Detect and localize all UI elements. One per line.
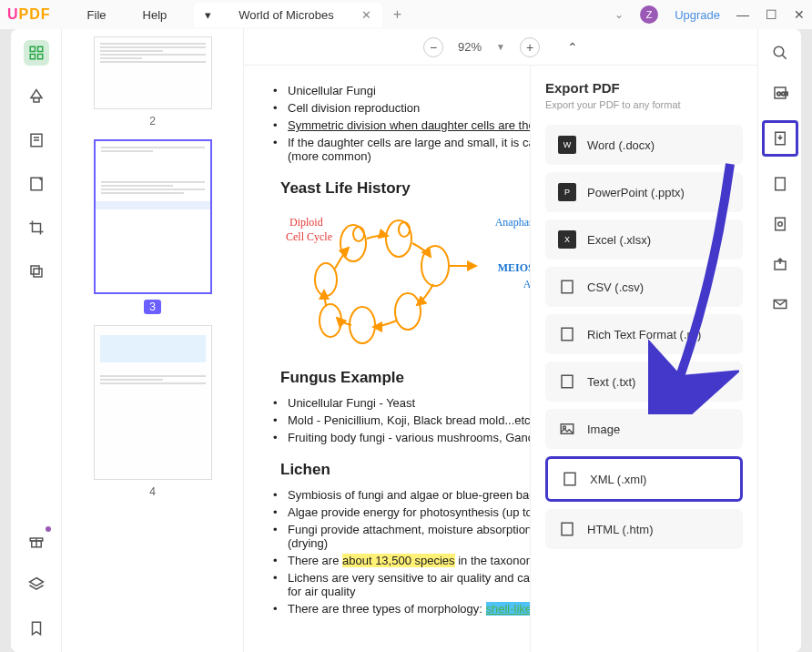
svg-rect-0	[30, 46, 35, 51]
app-logo: UPDF	[7, 6, 51, 23]
svg-marker-14	[29, 578, 43, 586]
svg-text:OCR: OCR	[776, 91, 788, 97]
pdfa-icon[interactable]	[767, 171, 793, 197]
txt-icon	[558, 372, 576, 391]
marker-tool-icon[interactable]	[24, 84, 49, 109]
share-icon[interactable]	[767, 251, 793, 277]
thumbnail-label: 3	[144, 300, 161, 314]
svg-rect-1	[37, 46, 42, 51]
yeast-diagram: Diploid Cell Cycle Anaphase I MEIOSIS AS…	[280, 207, 499, 352]
svg-rect-26	[562, 375, 573, 388]
svg-rect-2	[30, 55, 35, 59]
export-xml[interactable]: XML (.xml)	[545, 456, 743, 502]
close-window-icon[interactable]: ✕	[794, 7, 805, 22]
titlebar: UPDF File Help ▾ World of Microbes ✕ + ⌄…	[0, 0, 812, 29]
svg-rect-29	[564, 473, 575, 485]
svg-point-15	[315, 263, 337, 296]
tab-dropdown[interactable]: ▾	[205, 8, 211, 22]
excel-icon: X	[558, 230, 576, 249]
svg-point-31	[774, 46, 784, 56]
ocr-icon[interactable]: OCR	[767, 80, 793, 106]
word-icon: W	[558, 136, 576, 154]
svg-point-21	[395, 293, 421, 330]
thumbnail-page-2[interactable]: 2	[73, 36, 232, 128]
thumbnails-tool-icon[interactable]	[24, 40, 49, 66]
rtf-icon	[558, 325, 576, 343]
export-tool-icon[interactable]	[762, 120, 798, 157]
user-avatar[interactable]: Z	[640, 5, 658, 24]
image-icon	[558, 420, 576, 438]
edit-tool-icon[interactable]	[24, 127, 49, 153]
svg-point-22	[350, 307, 375, 343]
export-csv[interactable]: CSV (.csv)	[545, 267, 743, 307]
export-panel: Export PDF Export your PDF to any format…	[530, 66, 757, 652]
add-tab-icon[interactable]: +	[393, 6, 401, 23]
maximize-icon[interactable]: ☐	[766, 7, 777, 22]
export-excel[interactable]: XExcel (.xlsx)	[545, 219, 743, 260]
content-toolbar: − 92% ▼ + ⌃	[244, 29, 757, 66]
content-area: − 92% ▼ + ⌃ Unicellular Fungi Cell divis…	[244, 29, 757, 652]
page-tool-icon[interactable]	[24, 171, 49, 197]
export-subtitle: Export your PDF to any format	[545, 99, 743, 110]
diagram-label: Diploid	[289, 216, 323, 229]
layers-icon[interactable]	[24, 572, 49, 597]
svg-point-23	[320, 304, 341, 337]
thumbnail-label: 2	[149, 115, 156, 127]
html-icon	[558, 520, 576, 538]
svg-rect-4	[34, 98, 39, 103]
svg-point-38	[777, 222, 782, 227]
csv-icon	[558, 278, 576, 296]
copy-tool-icon[interactable]	[24, 259, 49, 284]
chevron-down-icon[interactable]: ⌄	[614, 8, 624, 21]
mail-icon[interactable]	[767, 291, 793, 317]
left-toolbar	[11, 29, 62, 652]
svg-point-19	[399, 222, 410, 237]
main-area: 2 3 4 − 92% ▼ + ⌃ Unicellular Fungi Cell…	[11, 29, 801, 652]
zoom-out-button[interactable]: −	[423, 37, 443, 57]
export-title: Export PDF	[545, 80, 743, 96]
search-icon[interactable]	[767, 40, 793, 66]
minimize-icon[interactable]: —	[736, 7, 749, 22]
right-toolbar: OCR	[757, 29, 801, 652]
svg-rect-9	[34, 269, 42, 277]
crop-tool-icon[interactable]	[24, 215, 49, 240]
svg-rect-25	[562, 328, 573, 341]
thumbnail-page-4[interactable]: 4	[73, 325, 232, 499]
export-image[interactable]: Image	[545, 409, 743, 449]
powerpoint-icon: P	[558, 183, 576, 201]
tab-title: World of Microbes	[239, 8, 334, 22]
svg-rect-37	[775, 218, 785, 230]
export-powerpoint[interactable]: PPowerPoint (.pptx)	[545, 172, 743, 212]
menu-help[interactable]: Help	[143, 8, 167, 22]
scroll-top-icon[interactable]: ⌃	[567, 40, 578, 55]
svg-rect-3	[37, 55, 42, 59]
svg-point-17	[353, 227, 364, 241]
zoom-in-button[interactable]: +	[520, 37, 540, 57]
bookmark-icon[interactable]	[24, 616, 49, 641]
export-txt[interactable]: Text (.txt)	[545, 362, 743, 402]
svg-rect-36	[775, 178, 785, 190]
export-html[interactable]: HTML (.htm)	[545, 509, 743, 549]
gift-icon[interactable]	[24, 528, 49, 554]
zoom-dropdown-icon[interactable]: ▼	[496, 42, 505, 52]
compress-icon[interactable]	[767, 211, 793, 237]
diagram-label: Cell Cycle	[286, 230, 332, 244]
svg-rect-30	[562, 523, 573, 535]
menu-file[interactable]: File	[87, 8, 107, 22]
export-rtf[interactable]: Rich Text Format (.rtf)	[545, 314, 743, 354]
svg-rect-10	[31, 266, 39, 274]
xml-icon	[561, 470, 579, 488]
svg-line-32	[782, 55, 787, 59]
svg-rect-24	[562, 280, 573, 293]
thumbnails-panel: 2 3 4	[62, 29, 244, 652]
thumbnail-page-3[interactable]: 3	[73, 139, 232, 314]
thumbnail-label: 4	[149, 485, 156, 498]
close-icon[interactable]: ✕	[361, 8, 371, 22]
document-tab[interactable]: ▾ World of Microbes ✕	[194, 3, 382, 27]
upgrade-link[interactable]: Upgrade	[675, 8, 720, 22]
zoom-level: 92%	[458, 40, 482, 54]
export-word[interactable]: WWord (.docx)	[545, 125, 743, 165]
